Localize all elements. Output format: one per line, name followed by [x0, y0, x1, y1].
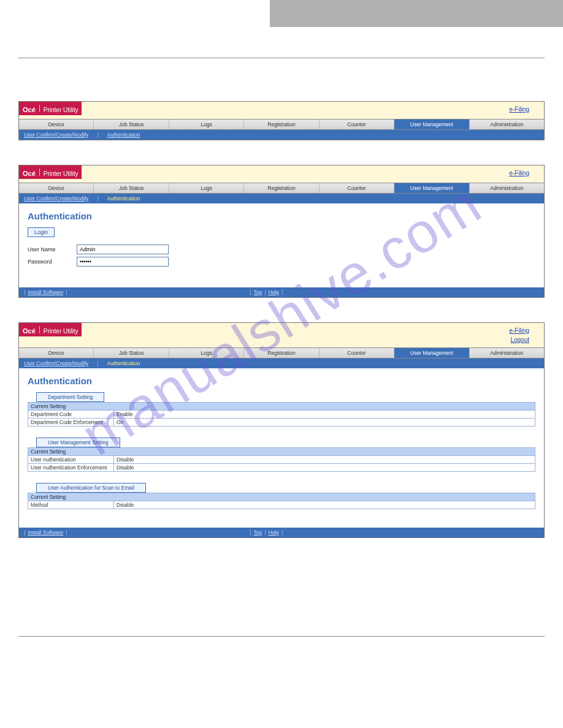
- install-software-link[interactable]: Install Software: [28, 529, 63, 536]
- nav-tabs: Device Job Status Logs Registration Coun…: [19, 347, 544, 358]
- help-link[interactable]: Help: [269, 529, 279, 536]
- logo-brand: Océ: [23, 170, 36, 177]
- tab-device[interactable]: Device: [19, 183, 93, 193]
- password-label: Password: [28, 259, 77, 265]
- screenshot-3: Océ Printer Utility e-Filing Logout Devi…: [18, 322, 545, 538]
- tab-logs[interactable]: Logs: [169, 119, 243, 129]
- table-header: Current Setting: [28, 493, 535, 501]
- app-footer: | Install Software | | Top | Help |: [19, 287, 544, 297]
- username-input[interactable]: [77, 245, 169, 254]
- subnav-auth[interactable]: Authentication: [107, 132, 140, 138]
- table-key: Department Code Enforcement: [28, 419, 114, 427]
- subnav-sep: |: [97, 360, 98, 366]
- efiling-link[interactable]: e-Filing: [509, 170, 529, 176]
- tab-device[interactable]: Device: [19, 348, 93, 358]
- top-link[interactable]: Top: [254, 289, 262, 295]
- header-gray-block: [270, 0, 563, 27]
- app-header: Océ Printer Utility e-Filing: [19, 165, 544, 183]
- table-key: User Authentication Enforcement: [28, 464, 114, 472]
- tab-device[interactable]: Device: [19, 119, 93, 129]
- logo-block: Océ Printer Utility: [19, 165, 82, 179]
- tab-usermanagement[interactable]: User Management: [394, 348, 469, 358]
- tab-administration[interactable]: Administration: [469, 183, 544, 193]
- tab-logs[interactable]: Logs: [169, 183, 243, 193]
- table-val: Disable: [114, 501, 535, 509]
- user-management-setting-table: Current Setting User AuthenticationDisab…: [28, 447, 535, 472]
- subnav-confirm[interactable]: User Confirm/Create/Modify: [24, 195, 88, 202]
- table-key: Department Code: [28, 411, 114, 419]
- sub-nav: User Confirm/Create/Modify | Authenticat…: [19, 194, 544, 203]
- department-setting-button[interactable]: Department Setting: [36, 392, 104, 402]
- table-header: Current Setting: [28, 448, 535, 456]
- nav-tabs: Device Job Status Logs Registration Coun…: [19, 183, 544, 194]
- subnav-auth-active[interactable]: Authentication: [107, 195, 140, 202]
- subnav-auth-active[interactable]: Authentication: [107, 360, 140, 366]
- user-management-setting-button[interactable]: User Management Setting: [36, 438, 120, 447]
- password-input[interactable]: [77, 257, 169, 267]
- department-setting-block: Department Setting Current Setting Depar…: [28, 392, 535, 427]
- subnav-confirm[interactable]: User Confirm/Create/Modify: [24, 360, 88, 366]
- tab-usermanagement[interactable]: User Management: [394, 119, 469, 129]
- logo-brand: Océ: [23, 106, 36, 113]
- table-val: Disable: [114, 464, 535, 472]
- tab-counter[interactable]: Counter: [319, 183, 394, 193]
- tab-registration[interactable]: Registration: [243, 348, 318, 358]
- logo-divider: [39, 326, 40, 333]
- efiling-link[interactable]: e-Filing: [509, 106, 529, 113]
- tab-registration[interactable]: Registration: [243, 119, 318, 129]
- logo-block: Océ Printer Utility: [19, 323, 82, 336]
- user-management-setting-block: User Management Setting Current Setting …: [28, 438, 535, 472]
- tab-counter[interactable]: Counter: [319, 119, 394, 129]
- scan-to-email-table: Current Setting MethodDisable: [28, 493, 535, 509]
- tab-jobstatus[interactable]: Job Status: [93, 119, 168, 129]
- logo-product: Printer Utility: [44, 170, 79, 177]
- page-title: Authentication: [28, 376, 535, 386]
- app-footer: | Install Software | | Top | Help |: [19, 528, 544, 537]
- logo-divider: [39, 169, 40, 176]
- subnav-sep: |: [97, 132, 98, 138]
- logo-brand: Océ: [23, 327, 36, 335]
- table-key: User Authentication: [28, 456, 114, 464]
- tab-logs[interactable]: Logs: [169, 348, 243, 358]
- app-header: Océ Printer Utility e-Filing Logout: [19, 323, 544, 347]
- table-val: Disable: [114, 456, 535, 464]
- header-left-spacer: [0, 0, 270, 27]
- login-button[interactable]: Login: [28, 227, 55, 237]
- department-setting-table: Current Setting Department CodeEnable De…: [28, 402, 535, 427]
- tab-jobstatus[interactable]: Job Status: [93, 348, 168, 358]
- tab-usermanagement[interactable]: User Management: [394, 183, 469, 193]
- top-rule: [18, 58, 545, 58]
- logo-block: Océ Printer Utility: [19, 102, 82, 115]
- help-link[interactable]: Help: [269, 289, 279, 295]
- sub-nav: User Confirm/Create/Modify | Authenticat…: [19, 130, 544, 140]
- tab-administration[interactable]: Administration: [469, 119, 544, 129]
- tab-registration[interactable]: Registration: [243, 183, 318, 193]
- app-body: Authentication Department Setting Curren…: [19, 368, 544, 528]
- logo-product: Printer Utility: [44, 328, 79, 335]
- sub-nav: User Confirm/Create/Modify | Authenticat…: [19, 358, 544, 368]
- tab-jobstatus[interactable]: Job Status: [93, 183, 168, 193]
- table-val: Enable: [114, 411, 535, 419]
- top-link[interactable]: Top: [254, 529, 262, 536]
- username-label: User Name: [28, 246, 77, 252]
- scan-to-email-button[interactable]: User Authentication for Scan to Email: [36, 483, 146, 493]
- bottom-rule: [18, 636, 545, 637]
- tab-counter[interactable]: Counter: [319, 348, 394, 358]
- nav-tabs: Device Job Status Logs Registration Coun…: [19, 119, 544, 130]
- page-header-bar: [0, 0, 563, 27]
- logo-divider: [39, 105, 40, 112]
- subnav-confirm[interactable]: User Confirm/Create/Modify: [24, 132, 88, 138]
- install-software-link[interactable]: Install Software: [28, 289, 63, 295]
- screenshot-2: Océ Printer Utility e-Filing Device Job …: [18, 165, 545, 298]
- logout-link[interactable]: Logout: [510, 336, 529, 343]
- efiling-link[interactable]: e-Filing: [509, 327, 529, 334]
- table-key: Method: [28, 501, 114, 509]
- screenshot-1: Océ Printer Utility e-Filing Device Job …: [18, 101, 545, 140]
- scan-to-email-block: User Authentication for Scan to Email Cu…: [28, 483, 535, 509]
- table-val: On: [114, 419, 535, 427]
- table-header: Current Setting: [28, 403, 535, 411]
- tab-administration[interactable]: Administration: [469, 348, 544, 358]
- app-body: Authentication Login User Name Password: [19, 203, 544, 287]
- page-title: Authentication: [28, 211, 535, 221]
- app-header: Océ Printer Utility e-Filing: [19, 102, 544, 119]
